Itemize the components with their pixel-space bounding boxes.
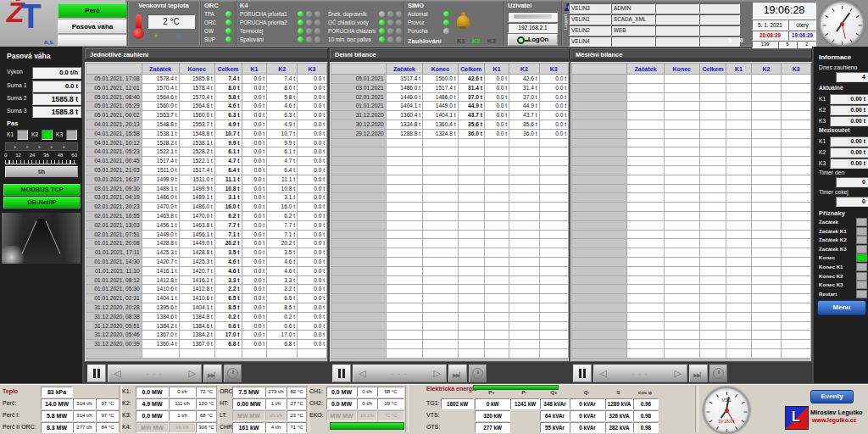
bottom-status-bar: Teplo83 kPaPerč:14.0 MW314 t/h97 °CPerč …: [0, 383, 868, 434]
electro-value: 282 kVA: [605, 422, 633, 433]
pasova-vaha-button[interactable]: Pasová váha: [58, 19, 127, 34]
table-row[interactable]: 04.01.2021, 10:121528.2 t1538.1 t9.9 t0.…: [86, 138, 327, 147]
velin-cell[interactable]: VELIN1: [569, 14, 611, 25]
menu-button[interactable]: Menu: [817, 300, 866, 315]
table-row[interactable]: 02.01.2021, 20:231470.0 t1486.0 t16.0 t0…: [86, 203, 327, 212]
eventy-button[interactable]: Eventy: [810, 390, 854, 403]
table-row-empty: [572, 303, 811, 312]
pause-button[interactable]: [332, 364, 351, 382]
table-row[interactable]: 29.12.20201288.8 t1324.8 t36.0 t0.0 t36.…: [331, 129, 569, 138]
table-row[interactable]: 02.01.2021, 07:511449.0 t1456.1 t7.1 t0.…: [86, 230, 327, 239]
table-row[interactable]: 04.01.2021, 15:581538.1 t1548.8 t10.7 t0…: [86, 129, 327, 138]
data-cell: [782, 203, 811, 212]
data-cell: 1548.8 t: [179, 129, 214, 138]
table-row[interactable]: 02.01.20211449.0 t1486.0 t37.0 t0.0 t37.…: [331, 92, 569, 102]
skip-to-end-button[interactable]: ▶▶▏: [689, 364, 708, 382]
table-row-empty: [572, 340, 811, 349]
electro-column-header: P-: [510, 390, 538, 395]
table-row[interactable]: 04.01.2021, 00:451517.4 t1522.1 t4.7 t0.…: [86, 157, 327, 166]
unit-button[interactable]: t/h: [5, 166, 78, 177]
perc-button[interactable]: Perč: [58, 3, 127, 18]
table-row[interactable]: 31.12.2020, 20:281395.6 t1404.1 t8.5 t0.…: [86, 303, 327, 312]
logon-button[interactable]: LogOn: [508, 34, 558, 46]
table-row[interactable]: 31.12.2020, 05:511384.2 t1384.6 t0.6 t0.…: [86, 321, 327, 331]
table-row[interactable]: 04.01.2021, 05:231522.1 t1528.2 t6.1 t0.…: [86, 147, 327, 157]
table-row[interactable]: 05.01.2021, 05:291560.0 t1564.6 t4.6 t0.…: [86, 102, 327, 111]
data-cell: [386, 340, 422, 349]
velin-cell[interactable]: VELIN4: [569, 36, 611, 47]
velin-cell[interactable]: [655, 3, 699, 14]
table-row[interactable]: 02.01.2021, 13:031456.1 t1463.8 t7.7 t0.…: [86, 220, 327, 230]
table-row[interactable]: 31.12.2020, 08:381384.6 t1384.8 t0.2 t0.…: [86, 312, 327, 321]
table-row[interactable]: 01.01.2021, 08:121412.8 t1416.1 t3.3 t0.…: [86, 275, 327, 285]
skip-to-end-button[interactable]: ▶▶▏: [203, 364, 222, 382]
velin-cell[interactable]: SCADA_XML: [611, 14, 655, 25]
pause-button[interactable]: [573, 364, 592, 382]
table-row[interactable]: 01.01.2021, 20:081428.8 t1449.0 t20.2 t0…: [86, 239, 327, 248]
velin-cell[interactable]: [655, 25, 699, 36]
velin-cell[interactable]: [655, 14, 699, 25]
table-row[interactable]: 03.01.2021, 16:371499.9 t1511.0 t11.1 t0…: [86, 175, 327, 184]
table-row-empty: [331, 220, 569, 230]
heat-value: 314 t/h: [73, 398, 96, 409]
row-label-cell: [572, 275, 627, 285]
username-field[interactable]: [508, 12, 558, 22]
velin-cell[interactable]: [699, 3, 740, 14]
table-row[interactable]: 31.12.2020, 05:461367.0 t1384.2 t17.0 t0…: [86, 331, 327, 340]
table-row[interactable]: 01.01.2021, 14:301420.7 t1425.3 t4.6 t0.…: [86, 257, 327, 266]
table-row[interactable]: 01.01.2021, 17:111425.3 t1428.8 t3.5 t0.…: [86, 248, 327, 258]
data-cell: [726, 331, 752, 340]
k4-item-label: Termoolej: [240, 28, 263, 34]
data-cell: [782, 275, 811, 285]
table-row[interactable]: 05.01.2021, 08:401564.6 t1570.4 t5.8 t0.…: [86, 92, 327, 102]
table-row[interactable]: 05.01.2021, 17:081578.4 t1585.8 t7.4 t0.…: [86, 75, 327, 84]
velin-cell[interactable]: [611, 36, 655, 47]
data-cell: [627, 285, 665, 294]
page-scroll-control[interactable]: ◁- - -▷: [593, 364, 687, 382]
table-row[interactable]: 31.12.2020, 00:391360.4 t1367.0 t6.8 t0.…: [86, 340, 327, 349]
history-clock-button[interactable]: [469, 364, 487, 382]
modbus-tcp-button[interactable]: MODBUS TCP: [3, 184, 81, 196]
velin-cell[interactable]: [699, 14, 740, 25]
velin-cell[interactable]: VELIN2: [569, 25, 611, 36]
data-cell: 5.8 t: [267, 92, 298, 102]
boiler-value: 0.0 MW: [136, 387, 169, 398]
camera-feed[interactable]: [2, 213, 81, 264]
table-row-empty: [331, 147, 569, 157]
velin-cell[interactable]: ADMIN: [611, 3, 655, 14]
table-row[interactable]: 05.01.20211517.4 t1560.0 t42.6 t0.0 t42.…: [331, 75, 569, 84]
table-row[interactable]: 03.01.2021, 09:301489.1 t1499.9 t10.8 t0…: [86, 184, 327, 193]
data-cell: [699, 83, 726, 92]
table-row[interactable]: 01.01.20211404.1 t1449.0 t44.9 t0.0 t44.…: [331, 102, 569, 111]
history-clock-button[interactable]: [224, 364, 242, 382]
table-row[interactable]: 03.01.20211486.0 t1517.4 t31.4 t0.0 t31.…: [331, 83, 569, 92]
table-row[interactable]: 03.01.2021, 04:191486.0 t1489.1 t3.1 t0.…: [86, 193, 327, 203]
velin-cell[interactable]: [655, 36, 699, 47]
k4-status-item: Termoolej: [240, 28, 325, 34]
page-scroll-control[interactable]: ◁- - -▷: [108, 364, 202, 382]
row-label-cell: [572, 331, 627, 340]
velin-cell[interactable]: [699, 36, 740, 47]
table-row[interactable]: 01.01.2021, 05:301410.6 t1412.8 t2.2 t0.…: [86, 285, 327, 294]
table-row[interactable]: 01.01.2021, 11:101416.1 t1420.7 t4.6 t0.…: [86, 266, 327, 275]
table-row[interactable]: 05.01.2021, 12:011570.4 t1578.4 t8.0 t0.…: [86, 83, 327, 92]
table-row[interactable]: 31.12.20201360.4 t1404.1 t43.7 t0.0 t43.…: [331, 111, 569, 120]
table-row[interactable]: 30.12.20201324.8 t1360.4 t35.6 t0.0 t35.…: [331, 120, 569, 129]
cooling-row: CH2:0.0 MW0 t/h29 °C: [309, 398, 403, 409]
table-row[interactable]: 02.01.2021, 16:551463.8 t1470.0 t6.2 t0.…: [86, 211, 327, 220]
history-clock-button[interactable]: [709, 364, 727, 382]
table-row[interactable]: 05.01.2021, 00:021553.7 t1560.0 t6.3 t0.…: [86, 111, 327, 120]
skip-to-end-button[interactable]: ▶▶▏: [448, 364, 467, 382]
empty-nav-button[interactable]: [58, 35, 127, 47]
table-row[interactable]: 04.01.2021, 20:131548.8 t1553.7 t4.9 t0.…: [86, 120, 327, 129]
dbnet-ip-button[interactable]: DB-Net/IP: [3, 197, 81, 209]
table-row[interactable]: 01.01.2021, 02:311404.1 t1410.6 t6.5 t0.…: [86, 294, 327, 303]
velin-cell[interactable]: WEB: [611, 25, 655, 36]
velin-cell[interactable]: VELIN3: [569, 3, 611, 14]
velin-cell[interactable]: [699, 25, 740, 36]
table-row[interactable]: 03.01.2021, 21:031511.0 t1517.4 t6.4 t0.…: [86, 165, 327, 175]
pause-button[interactable]: [87, 364, 106, 382]
page-scroll-control[interactable]: ◁- - -▷: [353, 364, 447, 382]
brand-url[interactable]: www.legutko.cz: [812, 417, 856, 423]
data-cell: [751, 340, 782, 349]
